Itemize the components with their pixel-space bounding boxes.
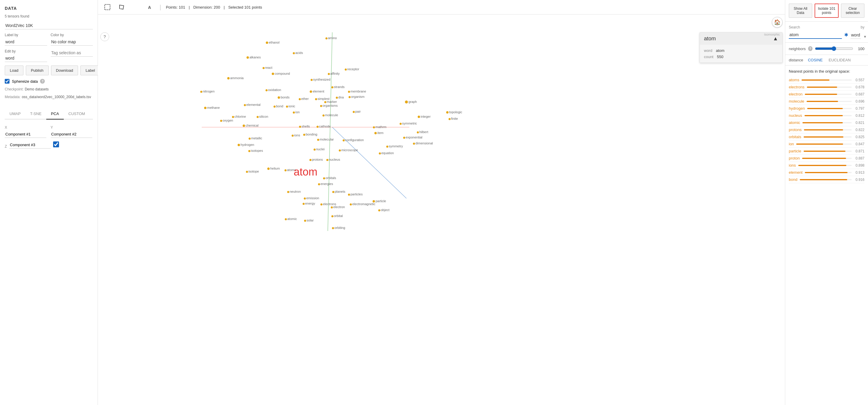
- neighbors-slider[interactable]: [815, 46, 853, 51]
- point-dot[interactable]: [284, 169, 286, 171]
- point-dot[interactable]: [272, 73, 274, 75]
- point-dot[interactable]: [322, 114, 324, 116]
- point-dot[interactable]: [285, 218, 287, 220]
- tab-umap[interactable]: UMAP: [5, 108, 26, 120]
- y-select[interactable]: Component #2: [51, 131, 92, 138]
- show-all-button[interactable]: Show All Data: [789, 4, 812, 18]
- x-select[interactable]: Component #1: [5, 131, 46, 138]
- point-dot[interactable]: [374, 132, 377, 134]
- z-select[interactable]: Component #3: [9, 141, 51, 148]
- search-input[interactable]: [789, 31, 842, 39]
- load-button[interactable]: Load: [5, 66, 24, 75]
- point-dot[interactable]: [448, 118, 451, 120]
- canvas-area[interactable]: ethanolaminoacidsalkanesreactcompoundaff…: [98, 14, 785, 403]
- point-dot[interactable]: [316, 126, 319, 128]
- download-button[interactable]: Download: [51, 66, 78, 75]
- point-dot[interactable]: [257, 116, 259, 118]
- tab-custom[interactable]: CUSTOM: [64, 108, 90, 120]
- isolate-button[interactable]: Isolate 101 points: [815, 4, 839, 18]
- point-dot[interactable]: [278, 96, 280, 99]
- point-dot[interactable]: [326, 37, 328, 39]
- point-dot[interactable]: [249, 138, 251, 140]
- point-dot[interactable]: [345, 68, 347, 71]
- nearest-item-name[interactable]: molecule: [789, 99, 804, 103]
- point-dot[interactable]: [317, 139, 319, 141]
- sphereize-checkbox[interactable]: [5, 79, 9, 83]
- point-dot[interactable]: [331, 86, 334, 88]
- point-dot[interactable]: [318, 183, 320, 185]
- edit-by-select[interactable]: word: [5, 55, 47, 62]
- point-dot[interactable]: [266, 41, 268, 44]
- point-dot[interactable]: [353, 111, 355, 113]
- night-mode-icon[interactable]: [131, 2, 141, 12]
- nearest-item-name[interactable]: ion: [789, 142, 794, 146]
- point-dot[interactable]: [373, 126, 375, 128]
- point-dot[interactable]: [326, 159, 329, 161]
- point-dot[interactable]: [343, 139, 345, 141]
- point-dot[interactable]: [403, 137, 405, 139]
- clear-selection-button[interactable]: Clear selection: [841, 4, 864, 18]
- nearest-item-name[interactable]: orbitals: [789, 135, 801, 139]
- info-card-chevron-up-icon[interactable]: ▲: [773, 36, 778, 42]
- point-dot[interactable]: [320, 105, 322, 107]
- neighbors-info-icon[interactable]: ?: [808, 46, 812, 51]
- point-dot[interactable]: [310, 91, 312, 93]
- point-dot[interactable]: [303, 203, 305, 205]
- point-dot[interactable]: [379, 153, 381, 155]
- point-dot[interactable]: [331, 215, 334, 217]
- home-button[interactable]: 🏠: [772, 17, 782, 28]
- point-dot[interactable]: [386, 145, 388, 148]
- point-dot[interactable]: [331, 206, 333, 208]
- nearest-item-name[interactable]: proton: [789, 156, 800, 160]
- point-dot[interactable]: [293, 52, 295, 54]
- label-button[interactable]: Label: [81, 66, 100, 75]
- point-dot[interactable]: [274, 106, 276, 108]
- sphereize-info-icon[interactable]: ?: [40, 79, 45, 83]
- point-dot[interactable]: [418, 115, 420, 118]
- point-dot[interactable]: [304, 198, 306, 200]
- nearest-item-name[interactable]: bond: [789, 177, 797, 182]
- point-dot[interactable]: [247, 56, 249, 59]
- by-select[interactable]: word: [850, 31, 861, 39]
- point-dot[interactable]: [332, 191, 334, 193]
- point-dot[interactable]: [304, 220, 306, 222]
- point-dot[interactable]: [266, 89, 268, 91]
- point-dot[interactable]: [314, 148, 316, 150]
- nearest-item-name[interactable]: ions: [789, 163, 796, 168]
- nearest-item-name[interactable]: protons: [789, 128, 802, 132]
- select-lasso-icon[interactable]: [117, 2, 126, 12]
- point-dot[interactable]: [286, 106, 288, 108]
- help-button[interactable]: ?: [100, 32, 109, 41]
- point-dot[interactable]: [350, 203, 352, 205]
- point-dot[interactable]: [315, 98, 317, 100]
- nearest-item-name[interactable]: nucleus: [789, 113, 802, 118]
- point-dot[interactable]: [400, 123, 402, 125]
- point-dot[interactable]: [200, 91, 202, 93]
- nearest-item-name[interactable]: particle: [789, 149, 801, 153]
- point-dot[interactable]: [220, 120, 222, 122]
- point-dot[interactable]: [246, 171, 248, 173]
- cosine-option[interactable]: COSINE: [807, 57, 824, 63]
- nearest-item-name[interactable]: atomic: [789, 121, 800, 125]
- nearest-item-name[interactable]: electron: [789, 92, 802, 96]
- point-dot[interactable]: [243, 125, 245, 127]
- point-dot[interactable]: [348, 194, 350, 196]
- euclidean-option[interactable]: EUCLIDEAN: [827, 57, 852, 63]
- point-dot[interactable]: [248, 150, 250, 152]
- point-dot[interactable]: [320, 203, 322, 205]
- point-dot[interactable]: [405, 101, 408, 103]
- point-dot[interactable]: [417, 131, 419, 133]
- point-dot[interactable]: [446, 111, 448, 113]
- tab-pca[interactable]: PCA: [46, 108, 64, 120]
- nearest-item-name[interactable]: atoms: [789, 78, 799, 82]
- point-dot[interactable]: [262, 67, 265, 69]
- point-dot[interactable]: [339, 149, 341, 151]
- point-dot[interactable]: [348, 96, 351, 98]
- point-dot[interactable]: [323, 177, 325, 179]
- label-icon[interactable]: A: [145, 2, 155, 12]
- point-dot[interactable]: [378, 209, 380, 211]
- point-dot[interactable]: [311, 79, 313, 81]
- point-dot[interactable]: [299, 98, 301, 100]
- point-dot[interactable]: [348, 91, 350, 93]
- point-dot[interactable]: [373, 200, 375, 203]
